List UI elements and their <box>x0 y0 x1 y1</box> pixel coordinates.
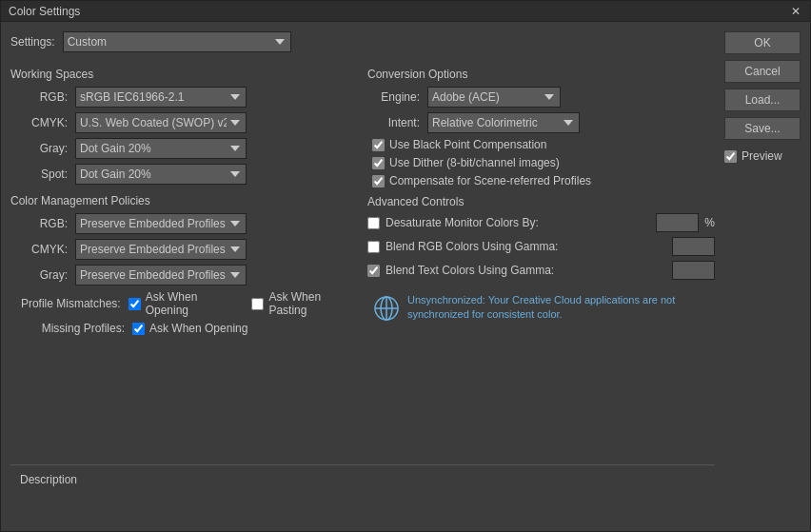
cmp-cmyk-select[interactable]: Preserve Embedded Profiles <box>75 239 247 260</box>
use-black-point-checkbox[interactable] <box>372 139 385 151</box>
cmyk-row: CMYK: U.S. Web Coated (SWOP) v2 <box>10 112 358 133</box>
unsync-box: Unsynchronized: Your Creative Cloud appl… <box>367 287 715 328</box>
spot-label: Spot: <box>10 167 68 181</box>
advanced-controls-title: Advanced Controls <box>367 195 715 208</box>
cmp-cmyk-row: CMYK: Preserve Embedded Profiles <box>10 239 358 260</box>
cmyk-label: CMYK: <box>10 116 68 129</box>
compensate-scene-checkbox[interactable] <box>372 175 385 187</box>
ok-button[interactable]: OK <box>724 31 801 54</box>
ask-when-pasting-checkbox[interactable] <box>251 298 264 310</box>
cmp-gray-row: Gray: Preserve Embedded Profiles <box>10 265 358 286</box>
use-dither-label: Use Dither (8-bit/channel images) <box>389 156 560 169</box>
settings-label: Settings: <box>10 35 55 49</box>
conversion-options-section: Conversion Options Engine: Adobe (ACE) I… <box>367 68 715 187</box>
sidebar-buttons: OK Cancel Load... Save... Preview <box>724 31 801 522</box>
description-section: Description <box>10 464 715 522</box>
ask-when-pasting-label: Ask When Pasting <box>268 290 358 317</box>
blend-rgb-value[interactable]: 1.00 <box>672 237 715 256</box>
gray-label: Gray: <box>10 142 68 155</box>
desaturate-label: Desaturate Monitor Colors By: <box>386 216 650 229</box>
spot-select[interactable]: Dot Gain 20% <box>75 164 247 185</box>
cancel-button[interactable]: Cancel <box>724 60 801 83</box>
description-title: Description <box>20 473 705 486</box>
desaturate-checkbox[interactable] <box>367 217 380 229</box>
dialog-body: Settings: Custom Working Spaces RGB: sRG… <box>1 22 810 531</box>
use-dither-row: Use Dither (8-bit/channel images) <box>372 156 715 169</box>
title-bar: Color Settings ✕ <box>1 1 810 22</box>
rgb-select[interactable]: sRGB IEC61966-2.1 <box>75 87 247 108</box>
missing-profiles-options: Ask When Opening <box>132 322 247 335</box>
profile-mismatches-row: Profile Mismatches: Ask When Opening Ask… <box>10 290 358 317</box>
desaturate-row: Desaturate Monitor Colors By: 20 % <box>367 213 715 232</box>
blend-text-row: Blend Text Colors Using Gamma: 1.45 <box>367 261 715 280</box>
engine-select[interactable]: Adobe (ACE) <box>427 87 561 108</box>
intent-select[interactable]: Relative Colorimetric <box>427 112 580 133</box>
color-management-title: Color Management Policies <box>10 194 358 207</box>
right-panel: Conversion Options Engine: Adobe (ACE) I… <box>367 68 715 457</box>
main-content: Settings: Custom Working Spaces RGB: sRG… <box>10 31 715 522</box>
blend-rgb-label: Blend RGB Colors Using Gamma: <box>386 240 666 253</box>
missing-profiles-label: Missing Profiles: <box>10 322 125 335</box>
cmyk-select[interactable]: U.S. Web Coated (SWOP) v2 <box>75 112 247 133</box>
engine-row: Engine: Adobe (ACE) <box>367 87 715 108</box>
missing-ask-when-opening-label: Ask When Opening <box>149 322 247 335</box>
blend-rgb-checkbox[interactable] <box>367 241 380 253</box>
rgb-label: RGB: <box>10 90 68 104</box>
intent-row: Intent: Relative Colorimetric <box>367 112 715 133</box>
gray-row: Gray: Dot Gain 20% <box>10 138 358 159</box>
blend-text-value[interactable]: 1.45 <box>672 261 715 280</box>
globe-icon <box>373 295 400 322</box>
compensate-scene-label: Compensate for Scene-referred Profiles <box>389 174 591 187</box>
advanced-controls-section: Advanced Controls Desaturate Monitor Col… <box>367 195 715 280</box>
settings-select[interactable]: Custom <box>63 31 291 52</box>
dialog-title: Color Settings <box>9 5 80 18</box>
rgb-row: RGB: sRGB IEC61966-2.1 <box>10 87 358 108</box>
use-dither-checkbox[interactable] <box>372 157 385 169</box>
cmp-rgb-label: RGB: <box>10 217 68 230</box>
gray-select[interactable]: Dot Gain 20% <box>75 138 247 159</box>
two-panels: Working Spaces RGB: sRGB IEC61966-2.1 CM… <box>10 68 715 457</box>
intent-label: Intent: <box>367 116 420 129</box>
missing-profiles-row: Missing Profiles: Ask When Opening <box>10 322 358 335</box>
cmp-gray-label: Gray: <box>10 268 68 282</box>
blend-text-checkbox[interactable] <box>367 265 380 277</box>
use-black-point-label: Use Black Point Compensation <box>389 138 546 151</box>
blend-text-label: Blend Text Colors Using Gamma: <box>386 264 666 277</box>
use-black-point-row: Use Black Point Compensation <box>372 138 715 151</box>
color-settings-dialog: Color Settings ✕ Settings: Custom Workin… <box>0 0 811 532</box>
profile-mismatches-options: Ask When Opening Ask When Pasting <box>129 290 358 317</box>
close-button[interactable]: ✕ <box>789 5 802 18</box>
compensate-scene-row: Compensate for Scene-referred Profiles <box>372 174 715 187</box>
unsync-text: Unsynchronized: Your Creative Cloud appl… <box>407 293 709 323</box>
cmp-cmyk-label: CMYK: <box>10 243 68 256</box>
missing-ask-when-opening-checkbox[interactable] <box>132 323 145 335</box>
preview-checkbox[interactable] <box>724 150 737 163</box>
ask-when-opening-checkbox[interactable] <box>129 298 141 310</box>
cmp-rgb-select[interactable]: Preserve Embedded Profiles <box>75 213 247 234</box>
settings-row: Settings: Custom <box>10 31 715 52</box>
engine-label: Engine: <box>367 90 420 104</box>
preview-label: Preview <box>742 149 782 163</box>
save-button[interactable]: Save... <box>724 117 801 140</box>
ask-when-opening-label: Ask When Opening <box>146 290 240 317</box>
cmp-rgb-row: RGB: Preserve Embedded Profiles <box>10 213 358 234</box>
working-spaces-section: Working Spaces RGB: sRGB IEC61966-2.1 CM… <box>10 68 358 185</box>
percent-sign: % <box>704 216 715 229</box>
desaturate-value[interactable]: 20 <box>656 213 699 232</box>
working-spaces-title: Working Spaces <box>10 68 358 81</box>
conversion-options-title: Conversion Options <box>367 68 715 81</box>
color-management-section: Color Management Policies RGB: Preserve … <box>10 194 358 335</box>
left-panel: Working Spaces RGB: sRGB IEC61966-2.1 CM… <box>10 68 358 457</box>
load-button[interactable]: Load... <box>724 89 801 111</box>
profile-mismatches-label: Profile Mismatches: <box>10 297 121 310</box>
cmp-gray-select[interactable]: Preserve Embedded Profiles <box>75 265 247 286</box>
blend-rgb-row: Blend RGB Colors Using Gamma: 1.00 <box>367 237 715 256</box>
preview-row: Preview <box>724 149 801 163</box>
spot-row: Spot: Dot Gain 20% <box>10 164 358 185</box>
